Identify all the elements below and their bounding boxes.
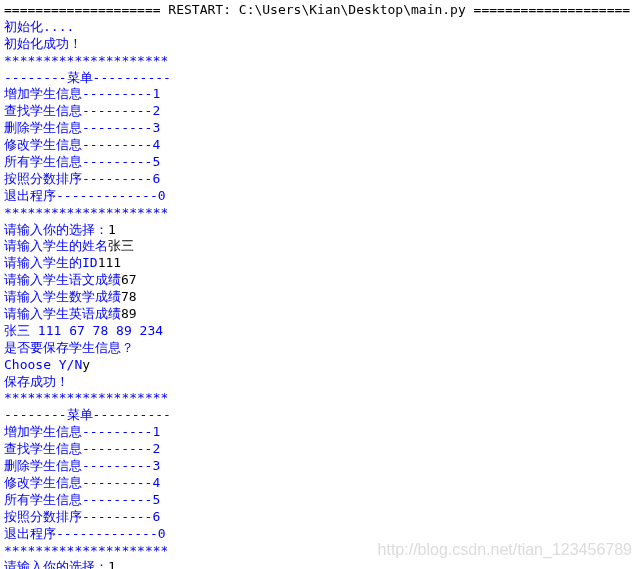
console-line: 保存成功！ — [4, 374, 638, 391]
console-line: 请输入学生的姓名张三 — [4, 238, 638, 255]
console-line: 按照分数排序---------6 — [4, 509, 638, 526]
prompt-text: 修改学生信息---------4 — [4, 475, 160, 490]
user-input: y — [82, 357, 90, 372]
console-line: 请输入学生英语成绩89 — [4, 306, 638, 323]
console-line: ********************* — [4, 543, 638, 560]
prompt-text: 请输入学生的姓名 — [4, 238, 108, 253]
prompt-text: --------菜单---------- — [4, 407, 171, 422]
prompt-text: 请输入学生的ID — [4, 255, 98, 270]
console-line: ********************* — [4, 53, 638, 70]
console-line: 请输入你的选择：1 — [4, 559, 638, 569]
console-line: 修改学生信息---------4 — [4, 475, 638, 492]
prompt-text: ********************* — [4, 53, 168, 68]
prompt-text: 修改学生信息---------4 — [4, 137, 160, 152]
prompt-text: Choose Y/N — [4, 357, 82, 372]
prompt-text: 所有学生信息---------5 — [4, 492, 160, 507]
user-input: 张三 — [108, 238, 134, 253]
prompt-text: 所有学生信息---------5 — [4, 154, 160, 169]
restart-line: ==================== RESTART: C:\Users\K… — [4, 2, 638, 19]
console-line: 退出程序-------------0 — [4, 526, 638, 543]
console-line: 请输入学生的ID111 — [4, 255, 638, 272]
console-line: 增加学生信息---------1 — [4, 86, 638, 103]
prompt-text: 是否要保存学生信息？ — [4, 340, 134, 355]
prompt-text: 请输入你的选择： — [4, 222, 108, 237]
console-line: 请输入学生语文成绩67 — [4, 272, 638, 289]
prompt-text: 初始化成功！ — [4, 36, 82, 51]
prompt-text: ********************* — [4, 205, 168, 220]
console-line: 删除学生信息---------3 — [4, 120, 638, 137]
prompt-text: --------菜单---------- — [4, 70, 171, 85]
console-line: ********************* — [4, 390, 638, 407]
console-line: 查找学生信息---------2 — [4, 441, 638, 458]
console-line: 按照分数排序---------6 — [4, 171, 638, 188]
console-line: 是否要保存学生信息？ — [4, 340, 638, 357]
prompt-text: 请输入学生语文成绩 — [4, 272, 121, 287]
prompt-text: 请输入学生数学成绩 — [4, 289, 121, 304]
prompt-text: 退出程序-------------0 — [4, 526, 166, 541]
prompt-text: ********************* — [4, 543, 168, 558]
prompt-text: 张三 111 67 78 89 234 — [4, 323, 163, 338]
console-line: 张三 111 67 78 89 234 — [4, 323, 638, 340]
prompt-text: 查找学生信息---------2 — [4, 103, 160, 118]
user-input: 89 — [121, 306, 137, 321]
prompt-text: 保存成功！ — [4, 374, 69, 389]
user-input: 1 — [108, 559, 116, 569]
console-line: 所有学生信息---------5 — [4, 154, 638, 171]
user-input: 111 — [98, 255, 121, 270]
user-input: 78 — [121, 289, 137, 304]
console-line: 增加学生信息---------1 — [4, 424, 638, 441]
console-line: 查找学生信息---------2 — [4, 103, 638, 120]
console-line: 删除学生信息---------3 — [4, 458, 638, 475]
console-output: 初始化....初始化成功！*********************------… — [4, 19, 638, 569]
user-input: 1 — [108, 222, 116, 237]
console-line: 修改学生信息---------4 — [4, 137, 638, 154]
prompt-text: 请输入学生英语成绩 — [4, 306, 121, 321]
console-line: 请输入学生数学成绩78 — [4, 289, 638, 306]
console-line: Choose Y/Ny — [4, 357, 638, 374]
prompt-text: 增加学生信息---------1 — [4, 86, 160, 101]
prompt-text: 增加学生信息---------1 — [4, 424, 160, 439]
prompt-text: 删除学生信息---------3 — [4, 120, 160, 135]
prompt-text: 退出程序-------------0 — [4, 188, 166, 203]
console-line: --------菜单---------- — [4, 70, 638, 87]
prompt-text: 请输入你的选择： — [4, 559, 108, 569]
prompt-text: ********************* — [4, 390, 168, 405]
console-line: ********************* — [4, 205, 638, 222]
console-line: 初始化成功！ — [4, 36, 638, 53]
console-line: 退出程序-------------0 — [4, 188, 638, 205]
console-line: --------菜单---------- — [4, 407, 638, 424]
prompt-text: 查找学生信息---------2 — [4, 441, 160, 456]
prompt-text: 按照分数排序---------6 — [4, 509, 160, 524]
prompt-text: 按照分数排序---------6 — [4, 171, 160, 186]
console-line: 请输入你的选择：1 — [4, 222, 638, 239]
console-line: 所有学生信息---------5 — [4, 492, 638, 509]
prompt-text: 删除学生信息---------3 — [4, 458, 160, 473]
user-input: 67 — [121, 272, 137, 287]
console-line: 初始化.... — [4, 19, 638, 36]
prompt-text: 初始化.... — [4, 19, 74, 34]
